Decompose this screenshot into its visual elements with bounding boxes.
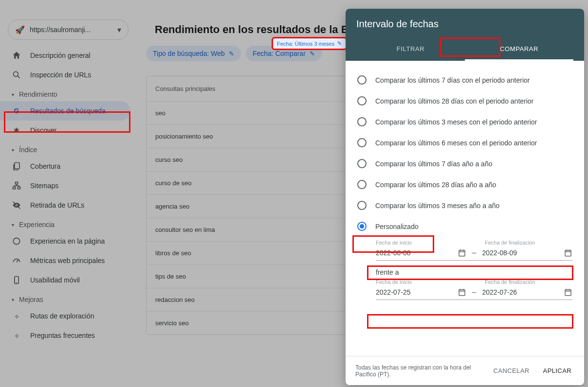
start-date-input-1[interactable]: 2022-08-08 [376,248,466,257]
date-range-1: Fecha de inicio Fecha de finalización 20… [376,240,572,261]
svg-rect-19 [459,290,465,296]
start-date-input-2[interactable]: 2022-07-25 [376,288,466,297]
radio-label: Comparar los últimos 7 días con el perio… [375,76,530,84]
radio-icon [357,117,367,126]
radio-label: Comparar los últimos 28 días año a año [375,181,496,189]
footer-note: Todas las fechas se registran con la hor… [355,364,483,378]
calendar-icon [458,248,466,257]
range-separator: – [471,288,478,297]
highlight-chip-date: Fecha: Últimos 3 meses ✎ [272,37,347,50]
modal-footer: Todas las fechas se registran con la hor… [346,356,584,385]
calendar-icon [564,288,572,297]
radio-icon [357,96,367,106]
apply-button[interactable]: APLICAR [540,363,574,378]
radio-option[interactable]: Comparar los últimos 3 meses año a año [357,195,572,216]
modal-body: Comparar los últimos 7 días con el perio… [346,61,584,356]
date-range-2: Fecha de inicio Fecha de finalización 20… [376,279,572,300]
radio-option[interactable]: Comparar los últimos 7 días año a año [357,153,572,174]
radio-icon [357,75,367,85]
radio-label: Comparar los últimos 28 días con el peri… [375,97,533,105]
radio-option[interactable]: Comparar los últimos 3 meses con el peri… [357,111,572,132]
date-range-modal: Intervalo de fechas FILTRAR COMPARAR Com… [346,9,584,385]
end-date-label: Fecha de finalización [485,240,572,246]
radio-icon [357,159,367,168]
calendar-icon [458,288,466,297]
end-date-label: Fecha de finalización [485,279,572,285]
radio-icon [357,201,367,210]
radio-option[interactable]: Comparar los últimos 6 meses con el peri… [357,132,572,153]
svg-rect-23 [565,290,571,296]
tab-compare[interactable]: COMPARAR [465,38,573,61]
end-date-input-2[interactable]: 2022-07-26 [482,288,572,297]
cancel-button[interactable]: CANCELAR [491,363,533,378]
start-date-label: Fecha de inicio [376,240,463,246]
versus-label: frente a [376,268,572,276]
svg-rect-15 [565,250,571,256]
tab-filter[interactable]: FILTRAR [356,38,465,61]
modal-title: Intervalo de fechas [356,18,573,30]
svg-rect-11 [459,250,465,256]
radio-option[interactable]: Comparar los últimos 28 días año a año [357,174,572,195]
radio-label: Personalizado [375,223,419,230]
modal-header: Intervalo de fechas FILTRAR COMPARAR [346,9,584,61]
modal-tabs: FILTRAR COMPARAR [356,38,573,61]
calendar-icon [564,248,572,257]
end-date-input-1[interactable]: 2022-08-09 [482,248,572,257]
radio-icon [357,180,367,189]
radio-icon [357,222,367,231]
radio-label: Comparar los últimos 6 meses con el peri… [375,139,537,147]
pencil-icon: ✎ [337,40,342,47]
radio-label: Comparar los últimos 3 meses con el peri… [375,118,537,126]
radio-icon [357,138,367,147]
radio-option[interactable]: Comparar los últimos 28 días con el peri… [357,90,572,111]
radio-label: Comparar los últimos 7 días año a año [375,160,492,168]
range-separator: – [471,248,478,257]
radio-option[interactable]: Comparar los últimos 7 días con el perio… [357,70,572,90]
radio-label: Comparar los últimos 3 meses año a año [375,202,499,210]
start-date-label: Fecha de inicio [376,279,463,285]
radio-custom[interactable]: Personalizado [357,216,572,237]
